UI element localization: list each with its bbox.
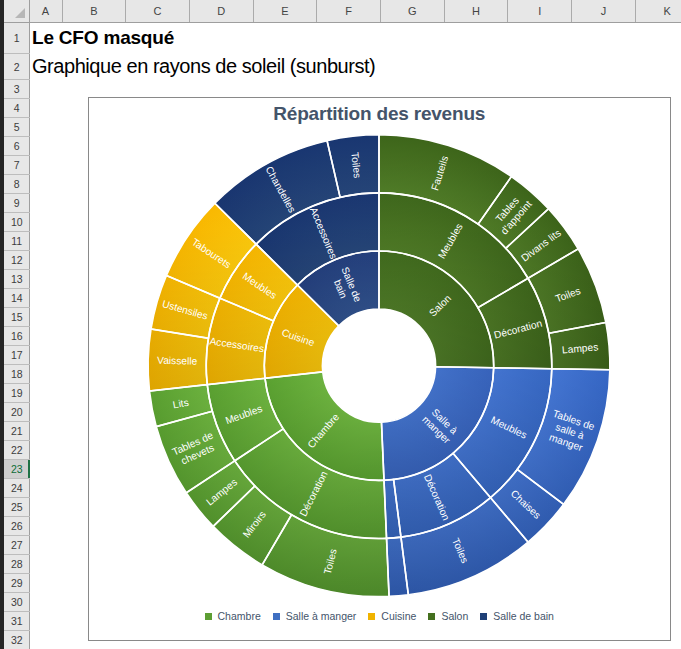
row-header-17[interactable]: 17 <box>4 346 30 365</box>
legend-label: Salle de bain <box>493 610 554 622</box>
column-header-H[interactable]: H <box>445 0 509 22</box>
legend-swatch-icon <box>428 613 435 620</box>
row-header-15[interactable]: 15 <box>4 308 30 327</box>
row-header-7[interactable]: 7 <box>4 156 30 175</box>
row-header-2[interactable]: 2 <box>4 54 30 80</box>
column-header-B[interactable]: B <box>63 0 127 22</box>
select-all-triangle-icon <box>15 8 25 18</box>
row-header-22[interactable]: 22 <box>4 441 30 460</box>
legend-item-salle-de-bain[interactable]: Salle de bain <box>480 610 554 622</box>
row-header-11[interactable]: 11 <box>4 232 30 251</box>
column-header-J[interactable]: J <box>572 0 636 22</box>
row-header-21[interactable]: 21 <box>4 422 30 441</box>
row-header-32[interactable]: 32 <box>4 631 30 649</box>
sunburst-chart[interactable]: Répartition des revenus SalonMeublesFaut… <box>88 97 672 641</box>
legend-item-chambre[interactable]: Chambre <box>205 610 261 622</box>
row-header-27[interactable]: 27 <box>4 536 30 555</box>
column-header-A[interactable]: A <box>30 0 63 22</box>
row-header-8[interactable]: 8 <box>4 175 30 194</box>
column-header-G[interactable]: G <box>381 0 445 22</box>
legend-swatch-icon <box>480 613 487 620</box>
row-header-10[interactable]: 10 <box>4 213 30 232</box>
legend-swatch-icon <box>273 613 280 620</box>
row-header-30[interactable]: 30 <box>4 593 30 612</box>
legend-label: Chambre <box>218 610 261 622</box>
select-all-corner[interactable] <box>4 0 30 23</box>
row-header-4[interactable]: 4 <box>4 99 30 118</box>
cell-a2-text: Graphique en rayons de soleil (sunburst) <box>32 55 375 78</box>
legend-label: Cuisine <box>381 610 416 622</box>
row-header-1[interactable]: 1 <box>4 23 30 54</box>
column-header-I[interactable]: I <box>508 0 572 22</box>
row-header-9[interactable]: 9 <box>4 194 30 213</box>
row-headers: 1234567891011121314151617181920212223242… <box>4 23 30 649</box>
legend-label: Salon <box>441 610 468 622</box>
legend-item-cuisine[interactable]: Cuisine <box>368 610 416 622</box>
excel-window: { "sheet": { "cell_a1": "Le CFO masqué",… <box>0 0 681 649</box>
row-header-13[interactable]: 13 <box>4 270 30 289</box>
row-header-31[interactable]: 31 <box>4 612 30 631</box>
column-header-E[interactable]: E <box>254 0 318 22</box>
column-headers: ABCDEFGHIJK <box>30 0 681 23</box>
chart-legend: ChambreSalle à mangerCuisineSalonSalle d… <box>89 610 671 622</box>
row-header-12[interactable]: 12 <box>4 251 30 270</box>
row-header-6[interactable]: 6 <box>4 137 30 156</box>
legend-item-salon[interactable]: Salon <box>428 610 468 622</box>
row-header-25[interactable]: 25 <box>4 498 30 517</box>
row-header-26[interactable]: 26 <box>4 517 30 536</box>
cell-a1-text: Le CFO masqué <box>32 27 174 49</box>
column-header-D[interactable]: D <box>190 0 254 22</box>
column-header-K[interactable]: K <box>636 0 681 22</box>
legend-label: Salle à manger <box>286 610 357 622</box>
legend-swatch-icon <box>205 613 212 620</box>
row-header-18[interactable]: 18 <box>4 365 30 384</box>
row-header-14[interactable]: 14 <box>4 289 30 308</box>
legend-item-salle-manger[interactable]: Salle à manger <box>273 610 357 622</box>
row-header-23[interactable]: 23 <box>4 460 30 479</box>
row-header-20[interactable]: 20 <box>4 403 30 422</box>
row-header-24[interactable]: 24 <box>4 479 30 498</box>
row-header-28[interactable]: 28 <box>4 555 30 574</box>
row-header-19[interactable]: 19 <box>4 384 30 403</box>
row-header-3[interactable]: 3 <box>4 80 30 99</box>
row-header-29[interactable]: 29 <box>4 574 30 593</box>
column-header-C[interactable]: C <box>126 0 190 22</box>
row-header-5[interactable]: 5 <box>4 118 30 137</box>
row-header-16[interactable]: 16 <box>4 327 30 346</box>
legend-swatch-icon <box>368 613 375 620</box>
sunburst-label: Vaisselle <box>157 355 198 367</box>
sunburst-plot: SalonMeublesFauteilsTablesd'appointDivan… <box>89 98 670 640</box>
column-header-F[interactable]: F <box>317 0 381 22</box>
